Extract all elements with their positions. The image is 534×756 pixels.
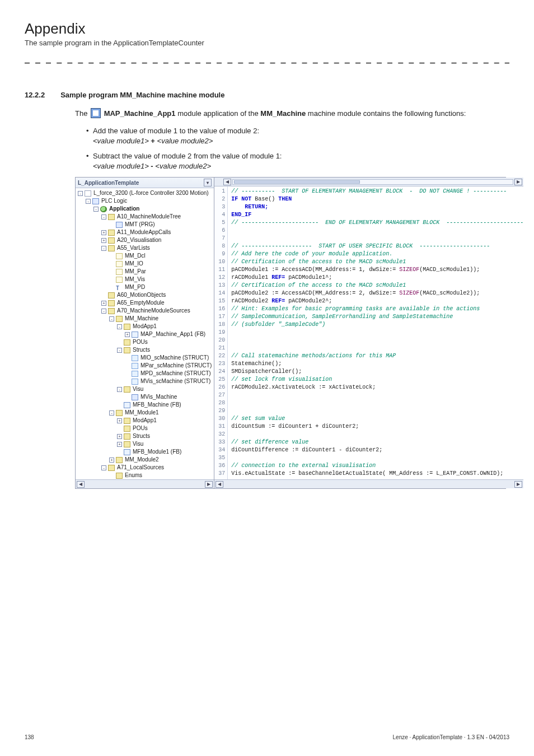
tree-node[interactable]: A60_MotionObjects xyxy=(78,291,214,299)
folder-icon xyxy=(124,347,130,353)
tree-node[interactable]: -A70_MachineModuleSources xyxy=(78,307,214,315)
folder-icon xyxy=(116,457,123,463)
spacer xyxy=(117,340,122,345)
tree-node[interactable]: Enums xyxy=(78,472,214,479)
spacer xyxy=(109,254,114,259)
function-list: Add the value of module 1 to the value o… xyxy=(25,127,509,170)
tree-node[interactable]: MVis_Machine xyxy=(78,393,214,401)
tree-node[interactable]: MPar_scMachine (STRUCT) xyxy=(78,362,214,370)
collapse-icon[interactable]: - xyxy=(78,191,83,196)
tree-node[interactable]: +A11_ModuleAppCalls xyxy=(78,228,214,236)
tree-node[interactable]: +A20_Visualisation xyxy=(78,236,214,244)
collapse-icon[interactable]: - xyxy=(117,387,122,392)
scroll-thumb[interactable] xyxy=(234,180,360,184)
tree-node[interactable]: -ModApp1 xyxy=(78,323,214,330)
tree-title: L_ApplicationTemplate xyxy=(78,180,139,186)
scroll-left-icon[interactable]: ◀ xyxy=(216,481,223,488)
t-icon: T xyxy=(116,284,123,291)
folder-icon xyxy=(124,418,130,424)
expand-icon[interactable]: + xyxy=(117,418,122,423)
app-icon xyxy=(100,206,107,212)
collapse-icon[interactable]: - xyxy=(109,410,114,416)
collapse-icon[interactable]: - xyxy=(109,316,114,321)
scroll-right-icon[interactable]: ▶ xyxy=(514,481,522,488)
tree-label: Application xyxy=(109,205,139,213)
spacer xyxy=(109,277,114,282)
tree-label: MFB_Module1 (FB) xyxy=(132,448,181,456)
collapse-icon[interactable]: - xyxy=(117,324,122,329)
scroll-right-icon[interactable]: ▶ xyxy=(205,481,213,488)
tree-node[interactable]: +MAP_Machine_App1 (FB) xyxy=(78,330,214,338)
tree-node[interactable]: MMT (PRG) xyxy=(78,221,214,228)
scroll-track[interactable] xyxy=(232,179,513,185)
tree-node[interactable]: +MM_Module2 xyxy=(78,456,214,464)
tree-node[interactable]: +Visu xyxy=(78,440,214,448)
tree-node[interactable]: MPD_scMachine (STRUCT) xyxy=(78,370,214,377)
st-icon xyxy=(132,379,138,385)
tree-node[interactable]: -MM_Machine xyxy=(78,315,214,323)
tree-label: MPar_scMachine (STRUCT) xyxy=(140,362,212,370)
code-top-scrollbar[interactable]: ◀ ▶ xyxy=(214,178,523,186)
tree-node[interactable]: MM_Par xyxy=(78,268,214,276)
code-bottom-scrollbar[interactable]: ◀ ▶ xyxy=(214,479,523,488)
tree-node[interactable]: -A10_MachineModuleTree xyxy=(78,213,214,221)
tree-node[interactable]: -PLC Logic xyxy=(78,197,214,205)
tree-node[interactable]: -A55_VarLists xyxy=(78,244,214,252)
folder-icon xyxy=(108,230,115,236)
collapse-icon[interactable]: - xyxy=(101,465,106,470)
tree-node[interactable]: MIO_scMachine (STRUCT) xyxy=(78,354,214,362)
tree-label: L_force_3200 (L-force Controller 3200 Mo… xyxy=(93,189,209,197)
tree-node[interactable]: MFB_Machine (FB) xyxy=(78,401,214,409)
code-gutter: 1234567891011121314151617181920212223242… xyxy=(214,186,228,479)
spacer xyxy=(125,356,130,361)
folder-icon xyxy=(116,316,123,322)
code-lines: // ---------- START OF ELEMENTARY MANAGE… xyxy=(228,186,523,479)
collapse-icon[interactable]: - xyxy=(86,199,91,204)
expand-icon[interactable]: + xyxy=(117,434,122,439)
tree-node[interactable]: -Application xyxy=(78,205,214,213)
tree-hscrollbar[interactable]: ◀ ▶ xyxy=(76,479,214,488)
tree-node[interactable]: MVis_scMachine (STRUCT) xyxy=(78,377,214,385)
tree-node[interactable]: MM_IO xyxy=(78,260,214,268)
tree-node[interactable]: MFB_Module1 (FB) xyxy=(78,448,214,456)
tree-node[interactable]: POUs xyxy=(78,338,214,346)
tree-node[interactable]: -MM_Module1 xyxy=(78,409,214,417)
expand-icon[interactable]: + xyxy=(117,442,122,447)
spacer xyxy=(109,269,114,274)
tree-node[interactable]: -A71_LocalSources xyxy=(78,464,214,472)
expand-icon[interactable]: + xyxy=(101,230,106,235)
expand-icon[interactable]: + xyxy=(101,238,106,243)
collapse-icon[interactable]: - xyxy=(101,246,106,251)
collapse-icon[interactable]: - xyxy=(117,348,122,353)
expand-icon[interactable]: + xyxy=(125,332,130,337)
tree-node[interactable]: MM_Dcl xyxy=(78,252,214,260)
tree-node[interactable]: POUs xyxy=(78,424,214,432)
tree-node[interactable]: MM_Vis xyxy=(78,276,214,283)
divider-rule: _ _ _ _ _ _ _ _ _ _ _ _ _ _ _ _ _ _ _ _ … xyxy=(25,54,509,64)
tree-label: ModApp1 xyxy=(132,417,157,424)
tree-label: A71_LocalSources xyxy=(116,464,164,472)
tree-label: Structs xyxy=(132,432,150,440)
collapse-icon[interactable]: - xyxy=(93,207,99,212)
tree-label: A10_MachineModuleTree xyxy=(116,213,181,221)
tree-node[interactable]: -Visu xyxy=(78,385,214,393)
tree-node[interactable]: TMM_PD xyxy=(78,283,214,291)
doc-icon xyxy=(132,394,138,400)
tree-dropdown-icon[interactable]: ▾ xyxy=(204,179,212,186)
collapse-icon[interactable]: - xyxy=(101,309,106,314)
tree-node[interactable]: +A65_EmptyModule xyxy=(78,299,214,307)
tree-node[interactable]: +Structs xyxy=(78,432,214,440)
scroll-right-icon[interactable]: ▶ xyxy=(514,179,522,185)
tree-node[interactable]: -L_force_3200 (L-force Controller 3200 M… xyxy=(78,189,214,197)
tree-node[interactable]: +ModApp1 xyxy=(78,417,214,424)
tree-node[interactable]: -Structs xyxy=(78,346,214,354)
scroll-left-icon[interactable]: ◀ xyxy=(223,179,231,185)
expand-icon[interactable]: + xyxy=(109,458,114,463)
gvl-icon xyxy=(116,261,123,267)
scroll-left-icon[interactable]: ◀ xyxy=(77,481,85,488)
tree-label: Structs xyxy=(132,346,150,354)
tree-label: POUs xyxy=(132,424,148,432)
ide-screenshot: L_ApplicationTemplate ▾ -L_force_3200 (L… xyxy=(75,177,506,489)
collapse-icon[interactable]: - xyxy=(101,214,106,220)
expand-icon[interactable]: + xyxy=(101,301,106,306)
